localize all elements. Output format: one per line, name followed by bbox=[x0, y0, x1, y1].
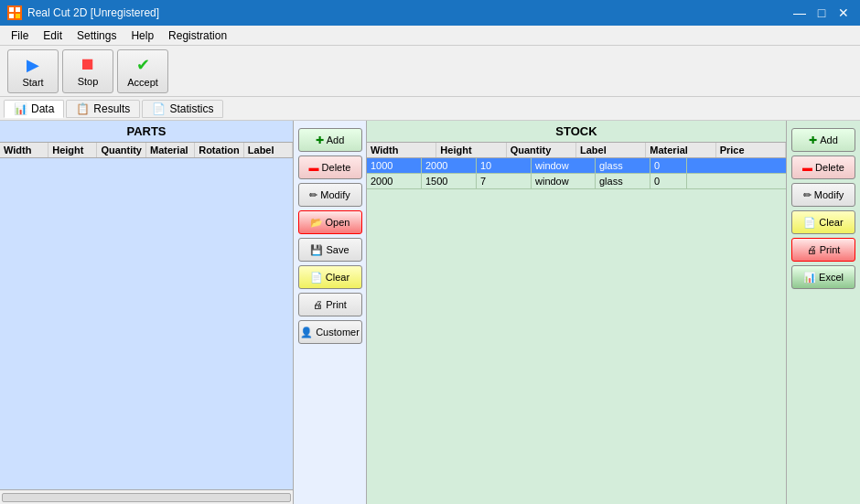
menu-file[interactable]: File bbox=[4, 27, 36, 44]
stock-action-panel: ✚ Add ▬ Delete ✏ Modify 📄 Clear 🖨 Print … bbox=[787, 121, 860, 504]
menu-settings[interactable]: Settings bbox=[70, 27, 124, 44]
stock-row2-material: glass bbox=[596, 174, 650, 188]
tab-data[interactable]: 📊 Data bbox=[4, 100, 64, 118]
close-button[interactable]: ✕ bbox=[834, 4, 853, 22]
tab-statistics[interactable]: 📄 Statistics bbox=[142, 100, 223, 118]
stock-delete-icon: ▬ bbox=[802, 162, 812, 173]
stock-table-body: 1000 2000 10 window glass 0 2000 1500 7 … bbox=[367, 158, 786, 504]
parts-scrollbar[interactable] bbox=[0, 489, 293, 504]
accept-label: Accept bbox=[127, 77, 158, 88]
parts-header: PARTS bbox=[0, 121, 293, 143]
open-button[interactable]: 📂 Open bbox=[298, 210, 362, 234]
stock-print-icon: 🖨 bbox=[807, 244, 817, 255]
menu-bar: File Edit Settings Help Registration bbox=[0, 26, 860, 46]
main-content: PARTS Width Height Quantity Material Rot… bbox=[0, 121, 860, 504]
menu-edit[interactable]: Edit bbox=[36, 27, 70, 44]
stock-col-quantity: Quantity bbox=[507, 143, 576, 157]
stock-row1-label: window bbox=[532, 158, 596, 173]
window-controls: — □ ✕ bbox=[790, 4, 853, 22]
scrollbar-track bbox=[2, 493, 291, 502]
add-plus-icon: ✚ bbox=[316, 134, 324, 146]
stock-row1-material: glass bbox=[596, 158, 650, 173]
stock-row2-width: 2000 bbox=[367, 174, 422, 188]
print-button[interactable]: 🖨 Print bbox=[298, 293, 362, 316]
parts-col-material: Material bbox=[146, 143, 195, 157]
maximize-button[interactable]: □ bbox=[812, 4, 831, 22]
accept-button[interactable]: ✔ Accept bbox=[117, 49, 168, 93]
stock-col-width: Width bbox=[367, 143, 436, 157]
open-label: Open bbox=[326, 217, 350, 228]
stock-row2-price: 0 bbox=[650, 174, 687, 188]
stock-clear-button[interactable]: 📄 Clear bbox=[791, 210, 855, 234]
stock-row1-quantity: 10 bbox=[477, 158, 532, 173]
add-button[interactable]: ✚ Add bbox=[298, 128, 362, 152]
stop-button[interactable]: ⏹ Stop bbox=[62, 49, 113, 93]
open-icon: 📂 bbox=[310, 217, 323, 229]
svg-rect-1 bbox=[9, 7, 14, 12]
stock-print-label: Print bbox=[820, 244, 841, 255]
modify-button[interactable]: ✏ Modify bbox=[298, 183, 362, 207]
menu-help[interactable]: Help bbox=[124, 27, 161, 44]
parts-col-quantity: Quantity bbox=[97, 143, 146, 157]
table-row[interactable]: 2000 1500 7 window glass 0 bbox=[367, 174, 786, 189]
stock-panel: STOCK Width Height Quantity Label Materi… bbox=[367, 121, 787, 504]
save-button[interactable]: 💾 Save bbox=[298, 238, 362, 262]
stock-col-price: Price bbox=[716, 143, 786, 157]
stock-delete-button[interactable]: ▬ Delete bbox=[791, 155, 855, 179]
parts-panel: PARTS Width Height Quantity Material Rot… bbox=[0, 121, 294, 504]
print-icon: 🖨 bbox=[313, 299, 323, 310]
save-icon: 💾 bbox=[310, 244, 323, 256]
stock-excel-icon: 📊 bbox=[803, 272, 816, 284]
statistics-tab-label: Statistics bbox=[169, 102, 213, 115]
start-button[interactable]: ▶ Start bbox=[7, 49, 59, 93]
stock-modify-icon: ✏ bbox=[803, 189, 812, 201]
stock-print-button[interactable]: 🖨 Print bbox=[791, 238, 855, 262]
accept-icon: ✔ bbox=[136, 55, 150, 75]
tab-bar: 📊 Data 📋 Results 📄 Statistics bbox=[0, 97, 860, 121]
stock-col-label: Label bbox=[576, 143, 646, 157]
stock-excel-button[interactable]: 📊 Excel bbox=[791, 265, 855, 289]
clear-button[interactable]: 📄 Clear bbox=[298, 265, 362, 289]
parts-col-width: Width bbox=[0, 143, 48, 157]
parts-action-panel: ✚ Add ▬ Delete ✏ Modify 📂 Open 💾 Save 📄 … bbox=[294, 121, 367, 504]
play-icon: ▶ bbox=[27, 55, 39, 75]
toolbar: ▶ Start ⏹ Stop ✔ Accept bbox=[0, 46, 860, 97]
stock-row1-price: 0 bbox=[650, 158, 687, 173]
tab-results[interactable]: 📋 Results bbox=[66, 100, 140, 118]
stock-clear-icon: 📄 bbox=[803, 217, 816, 229]
table-row[interactable]: 1000 2000 10 window glass 0 bbox=[367, 158, 786, 174]
stock-modify-button[interactable]: ✏ Modify bbox=[791, 183, 855, 207]
svg-rect-3 bbox=[9, 14, 14, 18]
print-label: Print bbox=[326, 299, 347, 310]
customer-icon: 👤 bbox=[300, 327, 313, 338]
stop-label: Stop bbox=[78, 76, 99, 87]
app-title: Real Cut 2D [Unregistered] bbox=[27, 6, 159, 19]
stock-row2-height: 1500 bbox=[422, 174, 477, 188]
app-icon bbox=[7, 5, 22, 20]
data-tab-label: Data bbox=[31, 102, 54, 115]
menu-registration[interactable]: Registration bbox=[161, 27, 234, 44]
modify-label: Modify bbox=[320, 189, 349, 200]
clear-icon: 📄 bbox=[310, 272, 323, 284]
minimize-button[interactable]: — bbox=[790, 4, 809, 22]
svg-rect-2 bbox=[16, 7, 20, 12]
parts-col-label: Label bbox=[244, 143, 293, 157]
stock-modify-label: Modify bbox=[814, 189, 844, 200]
stock-add-icon: ✚ bbox=[809, 134, 817, 146]
delete-label: Delete bbox=[322, 162, 351, 173]
customer-button[interactable]: 👤 Customer bbox=[298, 320, 362, 344]
parts-table-header: Width Height Quantity Material Rotation … bbox=[0, 143, 293, 158]
stock-excel-label: Excel bbox=[819, 272, 844, 283]
start-label: Start bbox=[22, 77, 43, 88]
svg-rect-4 bbox=[16, 14, 20, 18]
stock-add-button[interactable]: ✚ Add bbox=[791, 128, 855, 152]
parts-col-rotation: Rotation bbox=[195, 143, 244, 157]
customer-label: Customer bbox=[316, 327, 360, 338]
stock-delete-label: Delete bbox=[815, 162, 844, 173]
save-label: Save bbox=[326, 244, 349, 255]
modify-icon: ✏ bbox=[309, 189, 317, 201]
delete-button[interactable]: ▬ Delete bbox=[298, 155, 362, 179]
parts-table-body bbox=[0, 158, 293, 489]
stock-row1-height: 2000 bbox=[422, 158, 477, 173]
stock-table-header: Width Height Quantity Label Material Pri… bbox=[367, 143, 786, 158]
